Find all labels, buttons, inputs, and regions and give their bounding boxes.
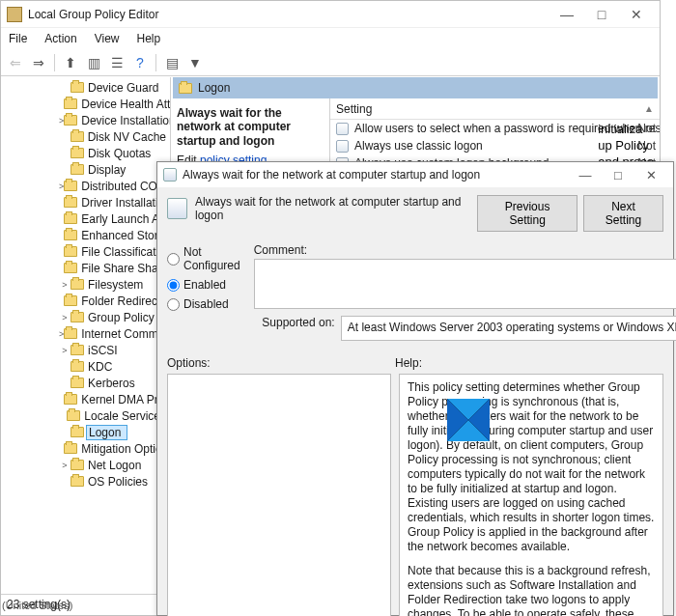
tree-item-device-health-attes[interactable]: >Device Health Attes [1, 96, 170, 112]
expand-caret-icon[interactable]: > [59, 378, 70, 388]
tree-item-label: Disk NV Cache [88, 130, 166, 144]
close-button[interactable]: ✕ [619, 3, 654, 26]
tree-item-kerberos[interactable]: >Kerberos [1, 375, 170, 391]
tree-item-mitigation-options[interactable]: >Mitigation Options [1, 440, 170, 457]
tree-item-label: KDC [88, 360, 112, 374]
folder-icon [70, 148, 84, 158]
expand-caret-icon[interactable]: > [59, 362, 70, 372]
tree-item-distributed-com[interactable]: >Distributed COM [1, 178, 170, 194]
settings-header[interactable]: Setting ▲ [330, 98, 660, 120]
minimize-button[interactable]: — [549, 3, 584, 26]
tree-item-device-installation[interactable]: >Device Installation [1, 112, 170, 128]
tree-pane[interactable]: >Device Guard>Device Health Attes>Device… [1, 77, 171, 594]
tree-item-label: Device Guard [88, 81, 158, 95]
tree-item-filesystem[interactable]: >Filesystem [1, 276, 170, 293]
menu-view[interactable]: View [91, 30, 124, 47]
expand-caret-icon[interactable]: > [59, 280, 70, 290]
previous-setting-button[interactable]: Previous Setting [477, 195, 577, 232]
expand-caret-icon[interactable]: > [59, 477, 70, 487]
dialog-header: Always wait for the network at computer … [157, 187, 673, 239]
dialog-title: Always wait for the network at computer … [183, 168, 569, 182]
tree-item-net-logon[interactable]: >Net Logon [1, 457, 170, 473]
tree-item-disk-quotas[interactable]: >Disk Quotas [1, 145, 170, 161]
settings-row-label: Always use classic logon [354, 139, 483, 153]
expand-caret-icon[interactable]: > [59, 346, 70, 355]
up-button[interactable]: ⬆ [60, 52, 81, 73]
show-hide-tree-button[interactable]: ▥ [83, 52, 104, 73]
expand-caret-icon[interactable]: > [59, 411, 67, 421]
radio-disabled-input[interactable] [167, 298, 180, 311]
expand-caret-icon[interactable]: > [59, 165, 70, 175]
settings-row[interactable]: Allow users to select when a password is… [330, 120, 660, 137]
dialog-close-button[interactable]: ✕ [634, 164, 667, 185]
folder-icon [70, 361, 84, 372]
expand-caret-icon[interactable]: > [59, 149, 70, 158]
tree-item-locale-services[interactable]: >Locale Services [1, 407, 170, 424]
forward-button[interactable]: ⇒ [28, 52, 49, 73]
tree-item-kdc[interactable]: >KDC [1, 358, 170, 375]
help-label: Help: [395, 356, 422, 370]
tree-item-disk-nv-cache[interactable]: >Disk NV Cache [1, 128, 170, 145]
radio-enabled[interactable]: Enabled [167, 278, 240, 292]
next-setting-button[interactable]: Next Setting [583, 195, 663, 232]
menu-file[interactable]: File [5, 30, 31, 47]
radio-disabled[interactable]: Disabled [167, 297, 240, 311]
folder-icon [64, 181, 77, 191]
help-text-1: This policy setting determines whether G… [408, 380, 655, 554]
tree-item-group-policy[interactable]: >Group Policy [1, 309, 170, 325]
tree-item-display[interactable]: >Display [1, 161, 170, 178]
settings-col-setting[interactable]: Setting [336, 102, 372, 116]
folder-icon [64, 263, 77, 273]
sort-indicator-icon: ▲ [644, 103, 654, 114]
options-pane[interactable] [167, 374, 391, 616]
gpedit-icon: i [7, 7, 22, 22]
radio-disabled-label: Disabled [183, 297, 229, 311]
tree-item-internet-communic[interactable]: >Internet Communic [1, 325, 170, 342]
menu-action[interactable]: Action [41, 30, 80, 47]
dialog-maximize-button[interactable]: □ [602, 164, 634, 185]
maximize-button[interactable]: □ [584, 3, 619, 26]
radio-not-configured[interactable]: Not Configured [167, 245, 240, 272]
dialog-policy-name: Always wait for the network at computer … [195, 195, 477, 222]
dialog-minimize-button[interactable]: — [569, 164, 602, 185]
back-button[interactable]: ⇐ [5, 52, 26, 73]
settings-row[interactable]: Always use classic logonNot [330, 137, 660, 154]
folder-icon [64, 213, 77, 224]
radio-not-configured-input[interactable] [167, 253, 180, 266]
toolbar: ⇐ ⇒ ⬆ ▥ ☰ ? ▤ ▼ [1, 49, 660, 76]
tree-item-file-share-shadow-c[interactable]: >File Share Shadow C [1, 260, 170, 276]
menubar: File Action View Help [1, 28, 660, 49]
tree-item-label: Logon [86, 425, 127, 440]
window-controls: — □ ✕ [549, 3, 654, 26]
comment-textarea[interactable] [254, 259, 676, 309]
help-pane[interactable]: This policy setting determines whether G… [399, 374, 663, 616]
export-button[interactable]: ▤ [161, 52, 183, 73]
tree-item-driver-installation[interactable]: >Driver Installation [1, 194, 170, 210]
tree-item-logon[interactable]: >Logon [1, 424, 170, 440]
tree-item-folder-redirection[interactable]: >Folder Redirection [1, 293, 170, 309]
help-button[interactable]: ? [129, 52, 151, 73]
radio-enabled-input[interactable] [167, 279, 180, 292]
tree-item-iscsi[interactable]: >iSCSI [1, 342, 170, 358]
folder-icon [64, 98, 77, 109]
tree-item-early-launch-antim[interactable]: >Early Launch Antim [1, 210, 170, 227]
expand-caret-icon[interactable]: > [59, 428, 70, 437]
folder-icon [64, 197, 77, 208]
tree-item-device-guard[interactable]: >Device Guard [1, 79, 170, 96]
tree-item-kernel-dma-protec[interactable]: >Kernel DMA Protec [1, 391, 170, 407]
menu-help[interactable]: Help [133, 30, 165, 47]
properties-button[interactable]: ☰ [106, 52, 127, 73]
expand-caret-icon[interactable]: > [59, 461, 70, 470]
tree-item-enhanced-storage-a[interactable]: >Enhanced Storage A [1, 227, 170, 243]
tree-item-os-policies[interactable]: >OS Policies [1, 473, 170, 490]
filter-button[interactable]: ▼ [184, 52, 206, 73]
expand-caret-icon[interactable]: > [59, 132, 70, 142]
expand-caret-icon[interactable]: > [59, 313, 70, 322]
category-title: Logon [198, 81, 230, 95]
tree-item-file-classification-in[interactable]: >File Classification In [1, 243, 170, 260]
tree-item-label: Device Health Attes [81, 98, 170, 111]
toolbar-sep2 [155, 54, 156, 71]
folder-icon [70, 82, 84, 93]
expand-caret-icon[interactable]: > [59, 83, 70, 93]
dialog-titlebar: Always wait for the network at computer … [157, 162, 673, 187]
